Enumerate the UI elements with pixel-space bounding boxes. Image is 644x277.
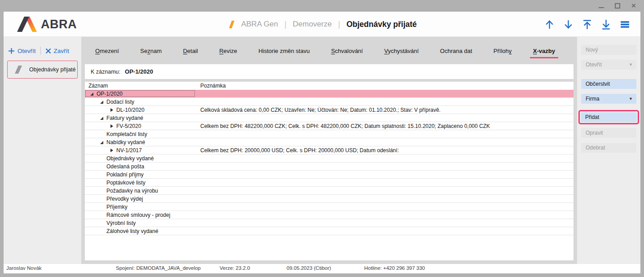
table-row[interactable]: Příjemky xyxy=(85,203,573,211)
arrow-to-top-icon[interactable] xyxy=(582,19,593,30)
status-hotline: Hotline: +420 296 397 330 xyxy=(364,265,425,271)
window-titlebar: × xyxy=(0,0,644,12)
open-button[interactable]: Otevřít▼ xyxy=(581,60,636,70)
status-connection: Spojení: DEMODATA_JAVA_develop xyxy=(116,265,201,271)
table-row[interactable]: OP-1/2020 xyxy=(85,90,573,98)
close-agenda-label: Zavřít xyxy=(54,48,70,54)
minimize-icon[interactable] xyxy=(598,3,604,9)
tree-expand-icon[interactable] xyxy=(110,148,114,153)
arrow-to-bottom-icon[interactable] xyxy=(600,19,612,30)
table-row[interactable]: Objednávky vydané xyxy=(85,154,573,163)
tree-collapse-icon[interactable] xyxy=(90,92,94,96)
table-row[interactable]: Nabídky vydané xyxy=(85,138,573,146)
open-agenda-label: Otevřít xyxy=(18,48,36,54)
table-row[interactable]: Zálohové listy vydané xyxy=(85,227,573,235)
column-header-poznamka[interactable]: Poznámka xyxy=(200,83,573,89)
tree-spacer xyxy=(100,205,104,209)
edit-button-label: Opravit xyxy=(586,130,633,136)
tab-bar: OmezeníSeznamDetailRevizeHistorie změn s… xyxy=(81,37,577,62)
refresh-button-label: Občerstvit xyxy=(586,81,633,87)
column-header-zaznam[interactable]: Záznam xyxy=(85,83,200,89)
record-label: K záznamu: xyxy=(91,69,120,75)
table-row[interactable]: Pokladní příjmy xyxy=(85,171,573,179)
tree-spacer xyxy=(100,229,104,233)
tab-historie-zm-n-stavu[interactable]: Historie změn stavu xyxy=(255,46,313,58)
tree-row-label: Požadavky na výrobu xyxy=(106,188,158,194)
tab-revize[interactable]: Revize xyxy=(216,46,240,58)
tab-detail[interactable]: Detail xyxy=(180,46,201,58)
environment-label: Demoverze xyxy=(293,20,332,29)
tree-collapse-icon[interactable] xyxy=(100,116,104,120)
tab-p-lohy[interactable]: Přílohy xyxy=(490,46,515,58)
table-row[interactable]: FV-5/2020Celkem bez DPH: 482200,000 CZK;… xyxy=(85,122,573,130)
plus-icon xyxy=(8,48,15,54)
status-date: 09.05.2023 (Ctibor) xyxy=(287,265,331,271)
chevron-down-icon[interactable]: ▼ xyxy=(629,62,633,67)
table-row[interactable]: Odeslaná pošta xyxy=(85,163,573,171)
remove-button[interactable]: Odebrat xyxy=(581,143,636,153)
app-name: ABRA Gen xyxy=(241,20,278,29)
tree-expand-icon[interactable] xyxy=(110,124,114,128)
edit-button[interactable]: Opravit xyxy=(581,128,636,138)
add-button-label: Přidat xyxy=(585,114,633,120)
xlinks-table: Záznam Poznámka OP-1/2020Dodací listyDL-… xyxy=(85,82,573,260)
new-button[interactable]: Nový xyxy=(581,45,636,55)
tab-x-vazby[interactable]: X-vazby xyxy=(530,46,558,58)
arrow-down-icon[interactable] xyxy=(563,19,574,30)
tree-expand-icon[interactable] xyxy=(110,108,114,112)
table-row[interactable]: Rámcové smlouvy - prodej xyxy=(85,211,573,219)
close-agenda-button[interactable]: Zavřít xyxy=(45,48,70,54)
app-body: Otevřít Zavřít Objednávky přijaté xyxy=(4,37,640,264)
agenda-tab-label: Objednávky přijaté xyxy=(29,66,76,73)
tree-spacer xyxy=(100,156,104,161)
tree-row-label: Dodací listy xyxy=(106,99,134,105)
tree-spacer xyxy=(100,180,104,185)
table-row[interactable]: NV-1/2017Celkem bez DPH: 20000,000 USD; … xyxy=(85,146,573,154)
status-version: Verze: 23.2.0 xyxy=(220,265,250,271)
maximize-icon[interactable] xyxy=(614,3,621,9)
table-row[interactable]: Faktury vydané xyxy=(85,114,573,122)
table-row[interactable]: Dodací listy xyxy=(85,98,573,106)
close-icon[interactable]: × xyxy=(631,3,637,9)
firm-button[interactable]: Firma▼ xyxy=(581,94,636,104)
tree-row-label: Rámcové smlouvy - prodej xyxy=(106,212,170,218)
tree-row-label: FV-5/2020 xyxy=(116,123,141,129)
sidebar-item-objednavky-prijate[interactable]: Objednávky přijaté xyxy=(7,61,78,79)
tab-vychyst-v-n-[interactable]: Vychystávání xyxy=(381,46,422,58)
tree-collapse-icon[interactable] xyxy=(100,140,104,145)
tree-row-note: Celkem bez DPH: 20000,000 USD; Celk. s D… xyxy=(200,147,573,154)
refresh-button[interactable]: Občerstvit xyxy=(581,79,636,89)
open-agenda-button[interactable]: Otevřít xyxy=(8,48,36,54)
record-bar: K záznamu: OP-1/2020 xyxy=(85,64,573,79)
table-row[interactable]: Výrobní listy xyxy=(85,219,573,227)
table-row[interactable]: DL-10/2020Celková skladová cena: 0,00 CZ… xyxy=(85,106,573,114)
arrow-up-icon[interactable] xyxy=(544,19,555,30)
tab-ochrana-dat[interactable]: Ochrana dat xyxy=(437,46,476,58)
table-row[interactable]: Požadavky na výrobu xyxy=(85,187,573,195)
add-button[interactable]: Přidat xyxy=(581,112,637,122)
chevron-down-icon[interactable]: ▼ xyxy=(629,97,633,101)
table-row[interactable]: Kompletační listy xyxy=(85,130,573,138)
table-row[interactable]: Převodky výdej xyxy=(85,195,573,203)
tree-row-label: OP-1/2020 xyxy=(97,91,123,97)
menu-icon[interactable] xyxy=(619,19,631,30)
tree-row-label: Objednávky vydané xyxy=(106,155,154,162)
main-area: OmezeníSeznamDetailRevizeHistorie změn s… xyxy=(81,37,577,264)
tree-row-note: Celková skladová cena: 0,00 CZK; Uzavřen… xyxy=(200,107,573,113)
tree-row-label: Převodky výdej xyxy=(106,196,143,202)
table-header: Záznam Poznámka xyxy=(85,82,573,90)
slash-icon xyxy=(13,65,24,74)
app-frame: × ABRA ABRA xyxy=(0,0,644,277)
tree-row-label: Nabídky vydané xyxy=(106,139,145,145)
tab-seznam[interactable]: Seznam xyxy=(137,46,165,58)
open-button-label: Otevřít xyxy=(586,62,629,68)
tab-omezen-[interactable]: Omezení xyxy=(92,46,122,58)
table-row[interactable]: Poptávkové listy xyxy=(85,179,573,187)
page-title: Objednávky přijaté xyxy=(346,20,417,29)
tree-collapse-icon[interactable] xyxy=(100,100,104,104)
firm-button-label: Firma xyxy=(586,96,629,102)
tab-schvalov-n-[interactable]: Schvalování xyxy=(328,46,366,58)
tree-spacer xyxy=(100,197,104,201)
tree-spacer xyxy=(100,189,104,193)
table-rows: OP-1/2020Dodací listyDL-10/2020Celková s… xyxy=(85,90,573,235)
